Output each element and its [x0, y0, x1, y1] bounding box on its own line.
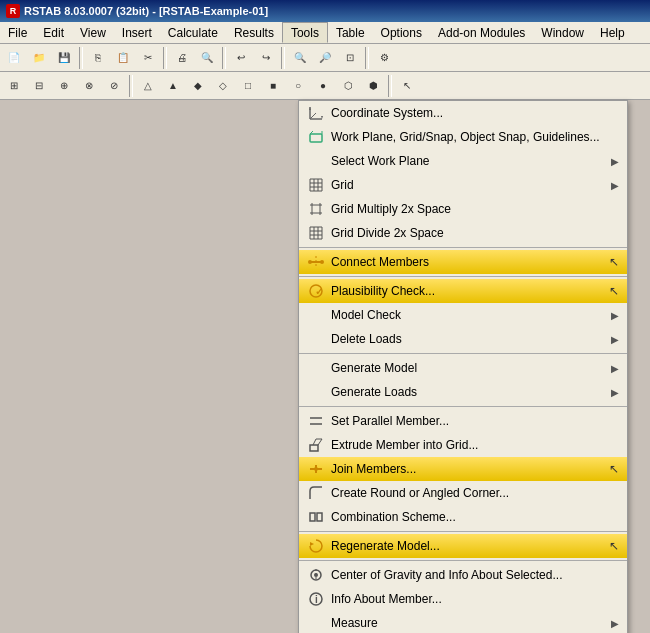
menu-generate-loads[interactable]: Generate Loads ▶: [299, 380, 627, 404]
menu-center-gravity[interactable]: Center of Gravity and Info About Selecte…: [299, 563, 627, 587]
toolbar-paste[interactable]: 📋: [111, 47, 135, 69]
grid-label: Grid: [331, 178, 611, 192]
toolbar2-btn12[interactable]: ○: [286, 75, 310, 97]
toolbar2-btn8[interactable]: ◆: [186, 75, 210, 97]
menu-combination-scheme[interactable]: Combination Scheme...: [299, 505, 627, 529]
toolbar-redo[interactable]: ↪: [254, 47, 278, 69]
toolbar2-btn7[interactable]: ▲: [161, 75, 185, 97]
toolbar2-btn13[interactable]: ●: [311, 75, 335, 97]
app-icon: R: [6, 4, 20, 18]
toolbar-zoom-fit[interactable]: ⊡: [338, 47, 362, 69]
toolbar2-btn15[interactable]: ⬢: [361, 75, 385, 97]
toolbar-copy[interactable]: ⎘: [86, 47, 110, 69]
svg-rect-44: [317, 513, 322, 521]
select-work-plane-icon: [307, 152, 325, 170]
measure-label: Measure: [331, 616, 611, 630]
toolbar-sep-5: [365, 47, 369, 69]
toolbar-new[interactable]: 📄: [2, 47, 26, 69]
toolbar2-btn14[interactable]: ⬡: [336, 75, 360, 97]
svg-line-2: [310, 113, 316, 119]
info-member-label: Info About Member...: [331, 592, 619, 606]
menu-options[interactable]: Options: [373, 22, 430, 43]
menu-delete-loads[interactable]: Delete Loads ▶: [299, 327, 627, 351]
toolbar-print-prev[interactable]: 🔍: [195, 47, 219, 69]
menu-grid-divide[interactable]: Grid Divide 2x Space: [299, 221, 627, 245]
menu-calculate[interactable]: Calculate: [160, 22, 226, 43]
tools-dropdown[interactable]: Coordinate System... Work Plane, Grid/Sn…: [298, 100, 628, 633]
menu-addon[interactable]: Add-on Modules: [430, 22, 533, 43]
join-icon: [307, 460, 325, 478]
model-check-label: Model Check: [331, 308, 611, 322]
menu-help[interactable]: Help: [592, 22, 633, 43]
delete-loads-arrow: ▶: [611, 334, 619, 345]
menu-insert[interactable]: Insert: [114, 22, 160, 43]
menu-results[interactable]: Results: [226, 22, 282, 43]
svg-line-38: [318, 439, 322, 445]
toolbar-zoom-in[interactable]: 🔍: [288, 47, 312, 69]
toolbar-print[interactable]: 🖨: [170, 47, 194, 69]
menu-info-member[interactable]: i Info About Member...: [299, 587, 627, 611]
toolbar2-btn3[interactable]: ⊕: [52, 75, 76, 97]
menu-connect-members[interactable]: Connect Members ↖: [299, 250, 627, 274]
cursor-connect: ↖: [609, 255, 619, 269]
menu-plausibility-check[interactable]: ✓ Plausibility Check... ↖: [299, 279, 627, 303]
divider-2: [299, 276, 627, 277]
menu-measure[interactable]: Measure ▶: [299, 611, 627, 633]
toolbar-zoom-out[interactable]: 🔎: [313, 47, 337, 69]
toolbar-save[interactable]: 💾: [52, 47, 76, 69]
menu-select-work-plane[interactable]: Select Work Plane ▶: [299, 149, 627, 173]
divider-5: [299, 531, 627, 532]
menu-file[interactable]: File: [0, 22, 35, 43]
menu-create-corner[interactable]: Create Round or Angled Corner...: [299, 481, 627, 505]
menu-bar: File Edit View Insert Calculate Results …: [0, 22, 650, 44]
toolbar2-btn9[interactable]: ◇: [211, 75, 235, 97]
toolbar2-btn4[interactable]: ⊗: [77, 75, 101, 97]
menu-model-check[interactable]: Model Check ▶: [299, 303, 627, 327]
plane-icon: [307, 128, 325, 146]
menu-join-members[interactable]: Join Members... ↖: [299, 457, 627, 481]
menu-grid-multiply[interactable]: Grid Multiply 2x Space: [299, 197, 627, 221]
delete-loads-icon: [307, 330, 325, 348]
divider-4: [299, 406, 627, 407]
menu-extrude-member[interactable]: Extrude Member into Grid...: [299, 433, 627, 457]
toolbar2-btn10[interactable]: □: [236, 75, 260, 97]
svg-point-30: [320, 260, 324, 264]
window-title: RSTAB 8.03.0007 (32bit) - [RSTAB-Example…: [24, 5, 268, 17]
menu-table[interactable]: Table: [328, 22, 373, 43]
svg-marker-45: [310, 542, 314, 546]
menu-grid[interactable]: Grid ▶: [299, 173, 627, 197]
toolbar2-btn5[interactable]: ⊘: [102, 75, 126, 97]
extrude-member-label: Extrude Member into Grid...: [331, 438, 619, 452]
toolbar2-btn2[interactable]: ⊟: [27, 75, 51, 97]
menu-view[interactable]: View: [72, 22, 114, 43]
menu-set-parallel[interactable]: Set Parallel Member...: [299, 409, 627, 433]
toolbar-cut[interactable]: ✂: [136, 47, 160, 69]
svg-rect-36: [310, 445, 318, 451]
grid-div-icon: [307, 224, 325, 242]
menu-generate-model[interactable]: Generate Model ▶: [299, 356, 627, 380]
measure-icon: [307, 614, 325, 632]
toolbar2-btn6[interactable]: △: [136, 75, 160, 97]
menu-window[interactable]: Window: [533, 22, 592, 43]
menu-regenerate-model[interactable]: Regenerate Model... ↖: [299, 534, 627, 558]
gen-loads-icon: [307, 383, 325, 401]
grid-multiply-label: Grid Multiply 2x Space: [331, 202, 619, 216]
menu-coordinate-system[interactable]: Coordinate System...: [299, 101, 627, 125]
menu-edit[interactable]: Edit: [35, 22, 72, 43]
toolbar2-btn11[interactable]: ■: [261, 75, 285, 97]
delete-loads-label: Delete Loads: [331, 332, 611, 346]
toolbar-settings[interactable]: ⚙: [372, 47, 396, 69]
parallel-icon: [307, 412, 325, 430]
svg-point-29: [308, 260, 312, 264]
toolbar2-sep-1: [129, 75, 133, 97]
toolbar2-arrow[interactable]: ↖: [395, 75, 419, 97]
menu-work-plane[interactable]: Work Plane, Grid/Snap, Object Snap, Guid…: [299, 125, 627, 149]
set-parallel-label: Set Parallel Member...: [331, 414, 619, 428]
toolbar2-btn1[interactable]: ⊞: [2, 75, 26, 97]
select-work-plane-arrow: ▶: [611, 156, 619, 167]
toolbar-open[interactable]: 📁: [27, 47, 51, 69]
corner-icon: [307, 484, 325, 502]
toolbar-sep-4: [281, 47, 285, 69]
menu-tools[interactable]: Tools: [282, 22, 328, 43]
toolbar-undo[interactable]: ↩: [229, 47, 253, 69]
